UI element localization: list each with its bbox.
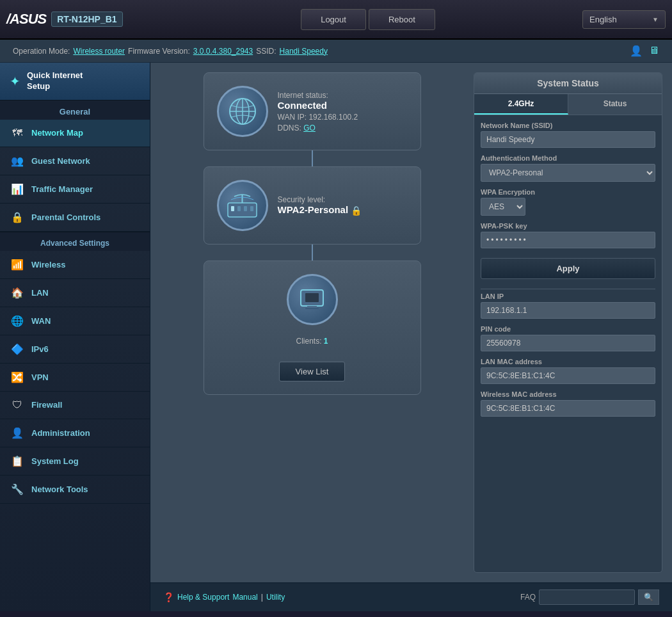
footer: ❓ Help & Support Manual | Utility FAQ 🔍 — [150, 582, 672, 611]
general-section-header: General — [0, 100, 150, 120]
clients-icon — [287, 274, 338, 325]
lan-ip-input[interactable] — [481, 302, 655, 319]
sidebar-item-label: Guest Network — [31, 156, 90, 166]
sidebar-item-firewall[interactable]: 🛡 Firewall — [0, 392, 150, 419]
lock-icon: 🔒 — [351, 205, 362, 216]
wireless-mac-field: Wireless MAC address — [481, 390, 655, 417]
quick-setup-icon: ✦ — [10, 74, 20, 89]
logo-area: /ASUS RT-N12HP_B1 — [6, 11, 154, 28]
sidebar-item-system-log[interactable]: 📋 System Log — [0, 447, 150, 476]
router-info: Security level: WPA2-Personal 🔒 — [278, 195, 408, 216]
sidebar-item-administration[interactable]: 👤 Administration — [0, 419, 150, 447]
wan-ip-value: 192.168.100.2 — [308, 113, 358, 122]
clients-info: Clients: 1 — [296, 335, 328, 346]
sidebar-item-network-tools[interactable]: 🔧 Network Tools — [0, 476, 150, 504]
sidebar-item-guest-network[interactable]: 👥 Guest Network — [0, 147, 150, 175]
reboot-button[interactable]: Reboot — [369, 9, 435, 30]
quick-setup-label: Quick Internet Setup — [27, 70, 83, 92]
ssid-input[interactable] — [481, 131, 655, 148]
internet-node: Internet status: Connected WAN IP: 192.1… — [204, 72, 421, 150]
tab-24ghz[interactable]: 2.4GHz — [474, 94, 568, 115]
router-node: Security level: WPA2-Personal 🔒 — [204, 166, 421, 244]
sidebar-item-label: Administration — [31, 428, 90, 438]
sidebar-item-ipv6[interactable]: 🔷 IPv6 — [0, 335, 150, 364]
lan-mac-field: LAN MAC address — [481, 358, 655, 384]
auth-select[interactable]: WPA2-Personal — [481, 164, 655, 182]
sidebar-item-label: Traffic Manager — [31, 184, 93, 194]
lang-selector[interactable]: English ▼ — [582, 10, 666, 29]
sidebar-item-label: System Log — [31, 456, 79, 466]
ssid-value[interactable]: Handi Speedy — [280, 47, 328, 56]
svg-rect-8 — [250, 206, 253, 211]
encryption-select[interactable]: AES — [481, 198, 525, 216]
sidebar-item-parental-controls[interactable]: 🔒 Parental Controls — [0, 204, 150, 232]
utility-link[interactable]: Utility — [266, 593, 285, 602]
administration-icon: 👤 — [10, 427, 25, 439]
view-list-button[interactable]: View List — [279, 362, 346, 381]
ipv6-icon: 🔷 — [10, 343, 25, 355]
sidebar-item-wan[interactable]: 🌐 WAN — [0, 307, 150, 335]
guest-network-icon: 👥 — [10, 155, 25, 167]
svg-rect-6 — [237, 206, 241, 211]
svg-rect-13 — [305, 308, 319, 309]
auth-field-label: Authentication Method — [481, 154, 655, 162]
sidebar-item-label: WAN — [31, 316, 51, 326]
footer-separator: | — [261, 593, 263, 602]
encryption-field-label: WPA Encryption — [481, 188, 655, 196]
internet-status-value: Connected — [278, 100, 408, 111]
apply-button[interactable]: Apply — [481, 258, 655, 279]
chevron-down-icon: ▼ — [652, 16, 659, 23]
psk-input[interactable] — [481, 232, 655, 248]
faq-label: FAQ — [520, 593, 536, 602]
manual-link[interactable]: Manual — [232, 593, 257, 602]
advanced-section-header: Advanced Settings — [0, 232, 150, 251]
internet-icon — [217, 86, 268, 137]
parental-controls-icon: 🔒 — [10, 211, 25, 223]
footer-left: ❓ Help & Support Manual | Utility — [163, 592, 285, 602]
wan-ip-detail: WAN IP: 192.168.100.2 — [278, 113, 408, 122]
lan-mac-input[interactable] — [481, 367, 655, 384]
clients-node: Clients: 1 View List — [204, 260, 421, 395]
lan-icon: 🏠 — [10, 287, 25, 299]
traffic-manager-icon: 📊 — [10, 183, 25, 195]
wireless-mac-input[interactable] — [481, 400, 655, 417]
sidebar-item-wireless[interactable]: 📶 Wireless — [0, 251, 150, 279]
pin-field: PIN code — [481, 325, 655, 351]
sidebar-item-traffic-manager[interactable]: 📊 Traffic Manager — [0, 175, 150, 204]
wireless-mac-label: Wireless MAC address — [481, 390, 655, 398]
sidebar-item-vpn[interactable]: 🔀 VPN — [0, 364, 150, 392]
auth-field: Authentication Method WPA2-Personal — [481, 154, 655, 182]
ddns-link[interactable]: GO — [303, 124, 316, 132]
security-value: WPA2-Personal 🔒 — [278, 204, 408, 216]
faq-search-input[interactable] — [539, 589, 635, 605]
pin-field-label: PIN code — [481, 325, 655, 333]
firmware-value[interactable]: 3.0.0.4.380_2943 — [193, 47, 253, 56]
help-icon: ❓ — [163, 592, 174, 602]
svg-rect-11 — [305, 293, 319, 302]
tab-status[interactable]: Status — [568, 94, 662, 115]
operation-mode-label: Operation Mode: — [13, 47, 70, 56]
quick-setup-button[interactable]: ✦ Quick Internet Setup — [0, 63, 150, 100]
pin-input[interactable] — [481, 335, 655, 351]
operation-mode-value[interactable]: Wireless router — [73, 47, 125, 56]
network-tools-icon: 🔧 — [10, 483, 25, 495]
network-map-icon: 🗺 — [10, 127, 25, 139]
asus-logo: /ASUS — [6, 11, 46, 28]
lan-ip-label: LAN IP — [481, 292, 655, 300]
sidebar-item-lan[interactable]: 🏠 LAN — [0, 279, 150, 307]
encryption-field: WPA Encryption AES — [481, 188, 655, 216]
faq-search-button[interactable]: 🔍 — [638, 589, 659, 605]
content-main: Internet status: Connected WAN IP: 192.1… — [150, 63, 672, 582]
help-support-link[interactable]: Help & Support — [177, 593, 229, 602]
svg-rect-5 — [231, 206, 234, 211]
lang-text: English — [589, 15, 617, 24]
internet-status-label: Internet status: — [278, 91, 408, 100]
main-layout: ✦ Quick Internet Setup General 🗺 Network… — [0, 63, 672, 611]
sidebar-item-network-map[interactable]: 🗺 Network Map — [0, 120, 150, 147]
logout-button[interactable]: Logout — [301, 9, 366, 30]
clients-count: 1 — [324, 337, 328, 346]
vpn-icon: 🔀 — [10, 371, 25, 383]
footer-right: FAQ 🔍 — [520, 589, 659, 605]
sidebar: ✦ Quick Internet Setup General 🗺 Network… — [0, 63, 150, 611]
system-status-panel: System Status 2.4GHz Status Network Name… — [474, 72, 662, 573]
